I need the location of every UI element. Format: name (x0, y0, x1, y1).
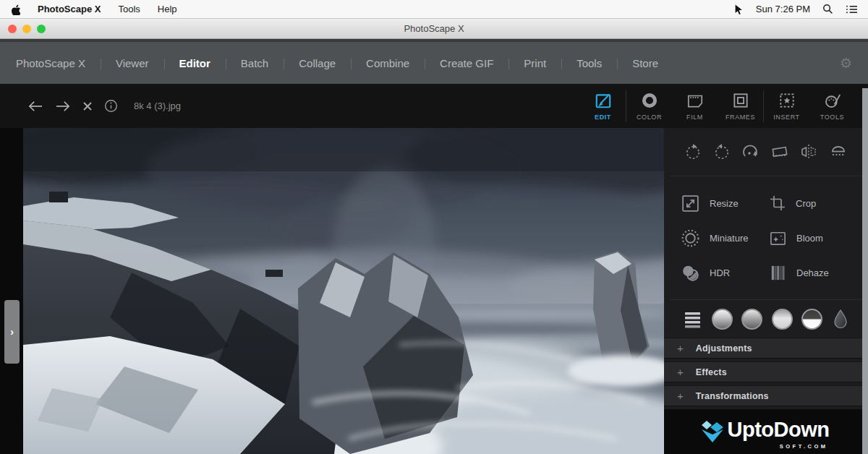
notification-list-icon[interactable] (846, 4, 858, 14)
bloom-button[interactable]: Bloom (768, 220, 868, 255)
nav-tab-collage[interactable]: Collage (284, 57, 351, 69)
miniature-button[interactable]: Miniature (680, 220, 768, 255)
mode-label: EDIT (595, 113, 611, 121)
section-label: Transformations (696, 391, 769, 401)
tool-label: Crop (796, 198, 816, 209)
film-strip-icon (686, 91, 705, 110)
cursor-icon (733, 4, 744, 15)
nav-tab-batch[interactable]: Batch (226, 57, 284, 69)
vignette-preset-1[interactable] (712, 309, 733, 330)
nav-tab-store[interactable]: Store (617, 57, 673, 69)
open-photo-stormy-seascape (23, 128, 664, 454)
dehaze-icon (768, 263, 788, 283)
apple-icon[interactable] (10, 4, 20, 15)
panel-expander-handle[interactable]: › (4, 300, 20, 364)
hdr-icon (680, 262, 701, 283)
section-transformations[interactable]: + Transformations (664, 385, 868, 406)
nav-tab-tools[interactable]: Tools (561, 57, 617, 69)
mode-label: FILM (686, 113, 703, 121)
rotate-left-icon[interactable] (712, 142, 731, 161)
nested-frames-icon (731, 91, 750, 110)
dehaze-button[interactable]: Dehaze (768, 255, 868, 290)
uptodown-sub-text: SOFT.COM (780, 443, 828, 450)
bloom-icon (768, 228, 788, 248)
traffic-lights (8, 25, 46, 33)
straighten-icon[interactable] (770, 142, 790, 161)
hdr-button[interactable]: HDR (680, 255, 768, 290)
list-lines-icon[interactable] (683, 309, 702, 329)
edit-pencil-square-icon (594, 91, 613, 110)
palette-brush-icon (823, 91, 842, 110)
uptodown-watermark: UptoDown SOFT.COM (699, 419, 834, 444)
tool-label: HDR (710, 267, 730, 278)
nav-tab-combine[interactable]: Combine (351, 57, 425, 69)
close-window-button[interactable] (8, 25, 17, 33)
tool-label: Bloom (796, 233, 823, 244)
flip-vertical-icon[interactable] (828, 142, 848, 161)
expand-plus-icon: + (677, 367, 684, 377)
section-effects[interactable]: + Effects (664, 361, 868, 382)
editor-content: › (0, 128, 868, 454)
vignette-preset-4[interactable] (801, 309, 822, 330)
window-title: PhotoScape X (404, 23, 464, 34)
tool-label: Miniature (710, 233, 748, 244)
zoom-window-button[interactable] (37, 25, 46, 33)
expand-plus-icon: + (677, 343, 684, 354)
water-droplet-icon[interactable] (832, 309, 849, 329)
section-adjustments[interactable]: + Adjustments (664, 338, 868, 359)
mode-frames-button[interactable]: FRAMES (718, 84, 763, 128)
resize-button[interactable]: Resize (680, 186, 768, 220)
mode-label: FRAMES (726, 113, 755, 121)
uptodown-brand-text: UptoDown (728, 419, 830, 440)
minimize-window-button[interactable] (22, 25, 31, 33)
menubar-item-tools[interactable]: Tools (118, 4, 140, 14)
color-ring-icon (640, 91, 659, 110)
resize-icon (680, 193, 701, 214)
vignette-preset-row (664, 300, 868, 338)
crop-icon (768, 194, 787, 213)
edit-sidebar: Resize Crop Miniature Bloom (664, 128, 868, 454)
tool-label: Dehaze (796, 267, 829, 278)
crop-button[interactable]: Crop (768, 186, 868, 220)
info-icon[interactable] (104, 99, 118, 113)
close-image-icon[interactable] (82, 101, 93, 111)
nav-tab-viewer[interactable]: Viewer (101, 57, 164, 69)
mode-label: INSERT (773, 113, 799, 121)
vignette-preset-3[interactable] (772, 309, 793, 330)
rotate-toolbar (664, 128, 868, 176)
mode-color-button[interactable]: COLOR (626, 84, 672, 128)
macos-menubar: PhotoScape X Tools Help Sun 7:26 PM (0, 0, 868, 19)
menubar-item-help[interactable]: Help (158, 4, 177, 14)
expand-plus-icon: + (677, 390, 684, 401)
quick-tools-grid: Resize Crop Miniature Bloom (664, 176, 868, 299)
mode-label: COLOR (637, 113, 662, 121)
mode-film-button[interactable]: FILM (672, 84, 718, 128)
nav-tab-print[interactable]: Print (509, 57, 561, 69)
vignette-preset-2[interactable] (741, 309, 762, 330)
mode-tools-button[interactable]: TOOLS (809, 84, 855, 128)
watermark-area: UptoDown SOFT.COM (664, 409, 868, 454)
flip-horizontal-icon[interactable] (799, 142, 818, 161)
search-icon[interactable] (822, 4, 833, 14)
section-label: Adjustments (696, 343, 752, 354)
image-canvas: › (0, 128, 664, 454)
settings-gear-icon[interactable]: ⚙ (840, 56, 852, 70)
back-arrow-icon[interactable] (27, 100, 43, 113)
open-filename: 8k 4 (3).jpg (134, 100, 181, 111)
menubar-app-name[interactable]: PhotoScape X (38, 4, 101, 14)
forward-arrow-icon[interactable] (55, 100, 71, 113)
rotate-right-icon[interactable] (684, 142, 702, 161)
mode-label: TOOLS (820, 113, 844, 121)
mode-insert-button[interactable]: INSERT (764, 84, 809, 128)
app-navbar: PhotoScape X Viewer Editor Batch Collage… (0, 39, 868, 84)
nav-tab-editor[interactable]: Editor (164, 57, 226, 69)
editor-toolbar: 8k 4 (3).jpg EDIT COLOR FILM FRAMES (0, 84, 868, 128)
free-rotate-icon[interactable] (741, 142, 760, 161)
mode-edit-button[interactable]: EDIT (580, 84, 626, 128)
nav-tab-create-gif[interactable]: Create GIF (425, 57, 509, 69)
menubar-clock[interactable]: Sun 7:26 PM (756, 4, 810, 14)
miniature-icon (680, 228, 701, 249)
tool-label: Resize (710, 198, 739, 209)
panel-scrollbar[interactable] (862, 88, 868, 454)
nav-tab-photoscape-x[interactable]: PhotoScape X (16, 57, 101, 69)
